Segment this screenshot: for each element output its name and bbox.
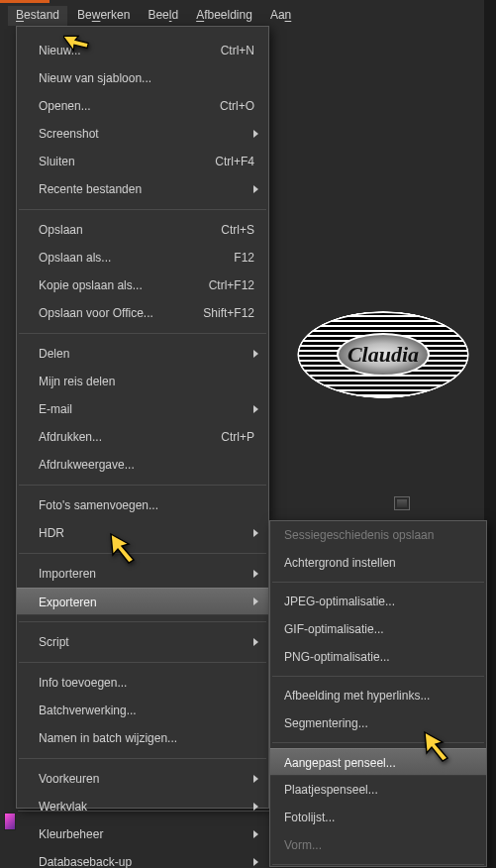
- export-item-plaatjespenseel[interactable]: Plaatjespenseel...: [270, 776, 486, 804]
- menu-separator: [19, 758, 266, 759]
- export-item-vorm: Vorm...: [270, 831, 486, 859]
- menu-item-shortcut: Ctrl+F12: [209, 271, 254, 299]
- menu-item-label: Recente bestanden: [39, 182, 142, 196]
- menu-item-label: Exporteren: [39, 596, 97, 609]
- submenu-arrow-icon: [253, 638, 258, 646]
- menu-item-shortcut: Ctrl+S: [221, 216, 254, 244]
- menu-item-label: GIF-optimalisatie...: [284, 622, 384, 636]
- menu-separator: [19, 333, 266, 334]
- menu-item-delen[interactable]: Delen: [17, 340, 268, 368]
- menu-item-label: Kopie opslaan als...: [39, 278, 143, 292]
- menu-separator: [272, 864, 484, 865]
- submenu-arrow-icon: [253, 775, 258, 783]
- menubar: BestandBewerkenBeeldAfbeeldingAan: [8, 6, 299, 26]
- menu-separator: [272, 676, 484, 677]
- menu-item-label: Mijn reis delen: [39, 375, 115, 388]
- watermark-center: Claudia: [337, 333, 430, 377]
- menu-item-label: HDR: [39, 526, 64, 540]
- menu-item-shortcut: Ctrl+N: [221, 37, 254, 64]
- menu-item-label: Importeren: [39, 567, 96, 581]
- menu-item-label: Afbeelding met hyperlinks...: [284, 689, 430, 703]
- menu-item-shortcut: Ctrl+P: [221, 423, 254, 451]
- menu-separator: [19, 485, 266, 486]
- submenu-arrow-icon: [253, 185, 258, 193]
- menu-item-sluiten[interactable]: SluitenCtrl+F4: [17, 148, 268, 175]
- menu-item-label: Kleurbeheer: [39, 827, 103, 841]
- menu-item-exporteren[interactable]: Exporteren: [17, 588, 268, 615]
- menu-item-script[interactable]: Script: [17, 628, 268, 656]
- menu-item-importeren[interactable]: Importeren: [17, 560, 268, 588]
- menu-item-info-toevoegen[interactable]: Info toevoegen...: [17, 669, 268, 697]
- menubar-item-beeld[interactable]: Beeld: [140, 6, 186, 26]
- menu-item-opslaan-als[interactable]: Opslaan als...F12: [17, 244, 268, 271]
- menu-separator: [19, 553, 266, 554]
- menu-item-openen[interactable]: Openen...Ctrl+O: [17, 92, 268, 120]
- menu-item-label: Voorkeuren: [39, 772, 99, 786]
- menu-item-e-mail[interactable]: E-mail: [17, 395, 268, 423]
- export-item-jpeg-optimalisatie[interactable]: JPEG-optimalisatie...: [270, 588, 486, 615]
- menu-item-label: Databaseback-up: [39, 855, 132, 868]
- menu-item-label: Afdrukken...: [39, 430, 102, 444]
- document-tab-strip: [18, 811, 269, 828]
- menu-item-label: Foto's samenvoegen...: [39, 498, 158, 512]
- menu-item-label: Opslaan: [39, 223, 83, 237]
- submenu-arrow-icon: [253, 803, 258, 811]
- menu-item-label: Nieuw...: [39, 44, 81, 57]
- menubar-item-aan[interactable]: Aan: [262, 6, 299, 26]
- submenu-arrow-icon: [253, 350, 258, 358]
- menu-item-label: Namen in batch wijzigen...: [39, 731, 177, 745]
- menu-item-label: Opslaan als...: [39, 251, 111, 265]
- window-accent: [0, 0, 496, 3]
- file-menu-dropdown: Nieuw...Ctrl+NNieuw van sjabloon...Opene…: [16, 26, 269, 809]
- submenu-arrow-icon: [253, 405, 258, 413]
- export-item-aangepast-penseel[interactable]: Aangepast penseel...: [270, 748, 486, 776]
- menu-item-label: Delen: [39, 347, 69, 361]
- menu-item-label: JPEG-optimalisatie...: [284, 595, 395, 608]
- menu-item-databaseback-up[interactable]: Databaseback-up: [17, 848, 268, 868]
- export-item-png-optimalisatie[interactable]: PNG-optimalisatie...: [270, 643, 486, 671]
- menu-separator: [19, 621, 266, 622]
- menu-item-label: Sessiegeschiedenis opslaan: [284, 528, 434, 542]
- menu-item-hdr[interactable]: HDR: [17, 519, 268, 547]
- menu-item-label: Segmentering...: [284, 716, 368, 730]
- menu-item-afdrukken[interactable]: Afdrukken...Ctrl+P: [17, 423, 268, 451]
- menu-separator: [19, 662, 266, 663]
- export-item-gif-optimalisatie[interactable]: GIF-optimalisatie...: [270, 615, 486, 643]
- menu-item-label: Sluiten: [39, 155, 75, 168]
- menubar-item-bestand[interactable]: Bestand: [8, 6, 67, 26]
- watermark-text: Claudia: [339, 335, 428, 375]
- menu-item-label: Screenshot: [39, 127, 99, 141]
- menu-item-recente-bestanden[interactable]: Recente bestanden: [17, 175, 268, 203]
- menu-item-opslaan[interactable]: OpslaanCtrl+S: [17, 216, 268, 244]
- menu-separator: [272, 742, 484, 743]
- menu-item-mijn-reis-delen[interactable]: Mijn reis delen: [17, 368, 268, 395]
- menu-item-foto-s-samenvoegen[interactable]: Foto's samenvoegen...: [17, 491, 268, 519]
- menu-item-label: Achtergrond instellen: [284, 556, 396, 570]
- menu-item-label: Afdrukweergave...: [39, 458, 135, 472]
- menubar-item-afbeelding[interactable]: Afbeelding: [188, 6, 260, 26]
- export-item-fotolijst[interactable]: Fotolijst...: [270, 804, 486, 831]
- menu-item-nieuw-van-sjabloon[interactable]: Nieuw van sjabloon...: [17, 64, 268, 92]
- watermark-logo: Claudia: [297, 311, 469, 398]
- menu-item-namen-in-batch-wijzigen[interactable]: Namen in batch wijzigen...: [17, 724, 268, 752]
- export-item-segmentering[interactable]: Segmentering...: [270, 709, 486, 737]
- submenu-arrow-icon: [253, 858, 258, 866]
- menu-item-label: Info toevoegen...: [39, 676, 127, 690]
- document-tab[interactable]: [4, 813, 16, 830]
- menu-item-shortcut: Ctrl+O: [220, 92, 254, 120]
- menu-item-batchverwerking[interactable]: Batchverwerking...: [17, 697, 268, 724]
- export-item-achtergrond-instellen[interactable]: Achtergrond instellen: [270, 549, 486, 577]
- menubar-item-bewerken[interactable]: Bewerken: [69, 6, 138, 26]
- menu-separator: [19, 209, 266, 210]
- export-item-afbeelding-met-hyperlinks[interactable]: Afbeelding met hyperlinks...: [270, 682, 486, 709]
- menu-item-label: E-mail: [39, 402, 72, 416]
- menu-item-afdrukweergave[interactable]: Afdrukweergave...: [17, 451, 268, 479]
- submenu-arrow-icon: [253, 529, 258, 537]
- menu-item-nieuw[interactable]: Nieuw...Ctrl+N: [17, 37, 268, 64]
- menu-item-voorkeuren[interactable]: Voorkeuren: [17, 765, 268, 793]
- menu-item-opslaan-voor-office[interactable]: Opslaan voor Office...Shift+F12: [17, 299, 268, 327]
- menu-item-label: Opslaan voor Office...: [39, 306, 153, 320]
- submenu-arrow-icon: [253, 570, 258, 578]
- menu-item-kopie-opslaan-als[interactable]: Kopie opslaan als...Ctrl+F12: [17, 271, 268, 299]
- menu-item-screenshot[interactable]: Screenshot: [17, 120, 268, 148]
